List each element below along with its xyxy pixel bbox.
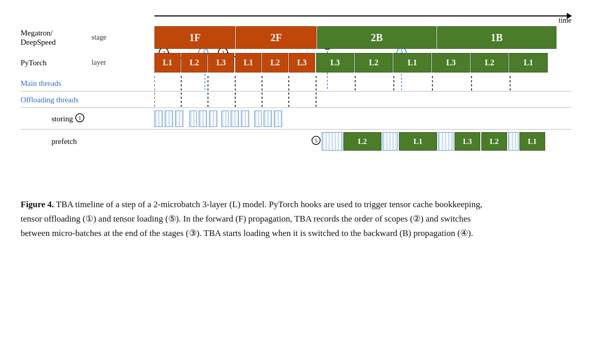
- store-10: [254, 111, 262, 127]
- prefetch-timeline: 5 L2 L1 L3 L2 L1: [154, 132, 571, 151]
- storing-row: storing 1: [21, 109, 571, 129]
- storing-label-container: storing 1: [21, 113, 154, 124]
- layer-L2-2: L2: [262, 53, 288, 72]
- layer-L2-3: L2: [355, 53, 393, 72]
- layer-L3-4: L3: [432, 53, 470, 72]
- store-3: [175, 111, 183, 127]
- layer-L2-1: L2: [181, 53, 207, 72]
- pytorch-row: PyTorch layer L1 L2 L3 L1 L2 L3 L3 L2 L1…: [21, 51, 571, 74]
- main-threads-lines: [154, 76, 556, 90]
- stage-2F: 2F: [236, 26, 317, 49]
- store-12: [274, 111, 282, 127]
- time-arrow: time: [154, 15, 571, 16]
- pytorch-timeline: L1 L2 L3 L1 L2 L3 L3 L2 L1 L3 L2 L1: [154, 53, 571, 72]
- megatron-timeline: 1F 2F 2B 1B: [154, 26, 571, 49]
- offloading-threads-lines: [154, 93, 556, 107]
- layer-L1-4: L1: [509, 53, 548, 72]
- svg-text:5: 5: [315, 137, 318, 143]
- storing-label: storing: [51, 115, 73, 123]
- svg-text:1: 1: [78, 115, 81, 121]
- separator-3: [21, 129, 571, 130]
- prefetch-dot-4: [508, 132, 518, 151]
- stage-2B: 2B: [317, 26, 437, 49]
- layer-L1-3: L1: [393, 53, 431, 72]
- caption-text: TBA timeline of a step of a 2-microbatch…: [21, 199, 482, 238]
- store-1: [154, 111, 163, 127]
- megatron-row: Megatron/DeepSpeed stage 1F 2F 2B 1B: [21, 25, 571, 50]
- offloading-threads-timeline: [154, 93, 571, 107]
- offloading-threads-label: Offloading threads: [21, 96, 154, 104]
- prefetch-dot-3: [438, 132, 454, 151]
- separator-1: [21, 91, 571, 92]
- store-6: [209, 111, 217, 127]
- prefetch-label: prefetch: [51, 137, 77, 146]
- store-7: [221, 111, 229, 127]
- storing-circle-1: 1: [75, 113, 84, 124]
- figure-number: Figure 4.: [21, 199, 54, 209]
- figure-caption: Figure 4. TBA timeline of a step of a 2-…: [21, 197, 484, 241]
- store-9: [241, 111, 249, 127]
- main-threads-text: Main threads: [21, 79, 61, 88]
- store-4: [189, 111, 197, 127]
- pytorch-label: PyTorch layer: [21, 58, 154, 67]
- layer-L1-2: L1: [235, 53, 262, 72]
- main-threads-row: Main threads: [21, 76, 571, 90]
- prefetch-L2: L2: [343, 132, 381, 151]
- store-8: [231, 111, 239, 127]
- main-threads-label: Main threads: [21, 79, 154, 88]
- layer-L3-3: L3: [316, 53, 354, 72]
- prefetch-L2-2: L2: [481, 132, 507, 151]
- layer-L3-2: L3: [289, 53, 315, 72]
- time-label: time: [559, 16, 571, 25]
- prefetch-L1-2: L1: [519, 132, 545, 151]
- separator-2: [21, 107, 571, 108]
- storing-timeline: [154, 111, 571, 127]
- diagram: time 2 3 2 4 3: [21, 10, 571, 185]
- store-11: [264, 111, 272, 127]
- megatron-label: Megatron/DeepSpeed stage: [21, 28, 154, 47]
- layer-L1-1: L1: [154, 53, 181, 72]
- layer-L2-4: L2: [471, 53, 509, 72]
- layer-L3-1: L3: [208, 53, 234, 72]
- prefetch-L3: L3: [455, 132, 480, 151]
- store-5: [199, 111, 207, 127]
- prefetch-row: prefetch 5 L2 L1 L3 L2: [21, 131, 571, 152]
- offloading-threads-row: Offloading threads: [21, 93, 571, 107]
- main-threads-timeline: [154, 76, 571, 90]
- stage-1B: 1B: [437, 26, 556, 49]
- prefetch-circle-5: 5: [311, 136, 321, 147]
- prefetch-label-container: prefetch: [21, 137, 154, 146]
- rows-container: Megatron/DeepSpeed stage 1F 2F 2B 1B P: [21, 25, 571, 152]
- prefetch-dot-2: [382, 132, 398, 151]
- stage-1F: 1F: [154, 26, 235, 49]
- offloading-threads-text: Offloading threads: [21, 96, 79, 104]
- store-2: [165, 111, 173, 127]
- prefetch-dot-1: [322, 132, 342, 151]
- prefetch-L1: L1: [399, 132, 437, 151]
